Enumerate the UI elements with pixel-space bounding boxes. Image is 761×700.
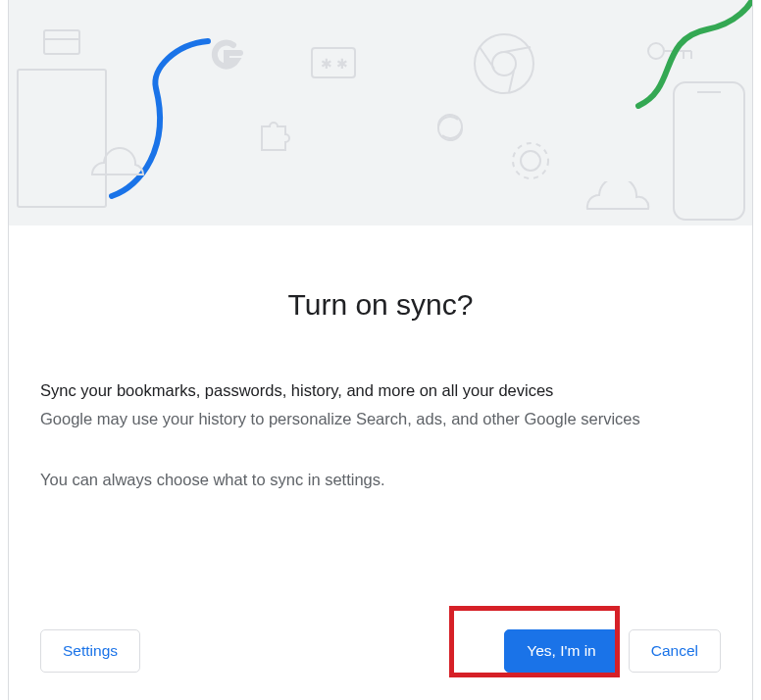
confirm-button[interactable]: Yes, I'm in [504,629,618,673]
hero-illustration: ✱ ✱ [9,0,752,225]
svg-point-8 [513,143,548,178]
svg-rect-0 [18,70,106,207]
body-line-3: You can always choose what to sync in se… [40,471,721,489]
cloud-icon [578,181,656,211]
dialog-footer: Settings Yes, I'm in Cancel [9,629,752,700]
history-icon [431,108,470,147]
cancel-button[interactable]: Cancel [629,629,721,673]
sync-dialog: ✱ ✱ [8,0,753,700]
svg-point-5 [475,34,533,93]
cloud-icon [82,147,151,176]
extension-icon [254,113,297,156]
body-line-1: Sync your bookmarks, passwords, history,… [40,378,721,403]
svg-rect-1 [44,30,79,54]
body-line-2: Google may use your history to personali… [40,407,721,432]
dialog-body: Sync your bookmarks, passwords, history,… [40,378,721,489]
svg-point-6 [492,52,516,75]
google-g-icon [203,33,248,78]
svg-text:✱ ✱: ✱ ✱ [321,56,348,72]
password-icon: ✱ ✱ [311,47,358,80]
settings-button[interactable]: Settings [40,629,140,673]
chrome-icon [470,29,538,98]
svg-rect-13 [674,82,744,220]
dialog-title: Turn on sync? [40,288,721,322]
phone-icon [670,78,748,225]
dialog-content: Turn on sync? Sync your bookmarks, passw… [9,225,752,629]
gear-icon [507,137,554,184]
svg-point-7 [521,151,540,171]
